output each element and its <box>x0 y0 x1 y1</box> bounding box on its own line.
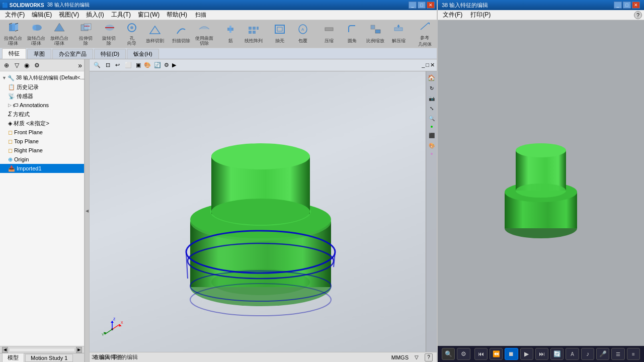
scroll-left-button[interactable]: ◀ <box>2 347 8 353</box>
tab-office[interactable]: 办公室产品 <box>52 49 93 59</box>
mini-3d-view[interactable] <box>491 113 591 253</box>
right-close-button[interactable]: ✕ <box>632 2 640 9</box>
menu-item-help[interactable]: 帮助(H) <box>164 10 190 20</box>
panel-icon-filter[interactable]: ▽ <box>12 61 21 70</box>
skip-end-button[interactable]: ⏭ <box>535 348 548 360</box>
toolbar-shell[interactable]: 抽壳 <box>269 23 291 45</box>
vp-close-icon[interactable]: ✕ <box>430 62 435 68</box>
toolbar-scale[interactable]: 比例缩放 <box>364 23 386 45</box>
restore-button[interactable]: □ <box>418 2 426 9</box>
rvp-section-button[interactable]: ⬛ <box>427 131 436 140</box>
tree-item-origin[interactable]: ⊕ Origin <box>0 155 84 164</box>
tree-item-history[interactable]: 📋 历史记录 <box>0 82 84 92</box>
search-button[interactable]: 🔍 <box>442 348 455 360</box>
main-viewport[interactable]: 🔍 ⊡ ↩ ⬜ ▣ 🎨 🔄 ⚙ ▶ _ □ ✕ <box>90 59 437 362</box>
prev-button[interactable]: ⏪ <box>490 348 503 360</box>
music-button[interactable]: ♪ <box>581 348 594 360</box>
tree-item-imported1[interactable]: 📥 Imported1 <box>0 164 84 173</box>
extra1-button[interactable]: ☰ <box>611 348 624 360</box>
skip-start-button[interactable]: ⏮ <box>474 348 488 360</box>
menu-item-window[interactable]: 窗口(W) <box>135 10 163 20</box>
bottom-tab-model[interactable]: 模型 <box>2 353 24 362</box>
right-minimize-button[interactable]: _ <box>614 2 622 9</box>
extra2-button[interactable]: ≡ <box>627 348 640 360</box>
settings-bottom-button[interactable]: ⚙ <box>457 348 470 360</box>
vp-appearance-button[interactable]: 🎨 <box>144 62 151 68</box>
tab-sheet-metal[interactable]: 钣金(H) <box>127 49 158 59</box>
tree-item-top-plane[interactable]: ◻ Top Plane <box>0 137 84 146</box>
tab-sketch[interactable]: 草图 <box>27 49 51 59</box>
play-button[interactable]: ▶ <box>520 348 533 360</box>
rvp-fit-button[interactable]: ⤡ <box>427 104 436 113</box>
viewport-3d[interactable]: X Y Z <box>90 71 437 352</box>
tree-item-sensor[interactable]: 📡 传感器 <box>0 92 84 101</box>
vp-display-button[interactable]: ▣ <box>136 62 141 68</box>
toolbar-fillet[interactable]: 圆角 <box>341 23 363 45</box>
rvp-home-button[interactable]: 🏠 <box>427 73 436 82</box>
tree-item-equations[interactable]: Σ 方程式 <box>0 110 84 119</box>
bottom-tab-motion[interactable]: Motion Study 1 <box>25 354 73 362</box>
rvp-rotate-button[interactable]: ↻ <box>427 83 436 93</box>
right-panel-help-button[interactable]: ? <box>634 11 642 19</box>
right-menu-print[interactable]: 打印(P) <box>467 10 494 20</box>
toolbar-revolve-boss[interactable]: 旋转凸台/基体 <box>25 23 47 45</box>
toolbar-extrude-cut[interactable]: 拉伸切除 <box>74 23 97 45</box>
vp-zoom-fit-button[interactable]: ⊡ <box>104 61 112 69</box>
panel-more-button[interactable]: » <box>78 61 82 69</box>
menu-item-edit[interactable]: 编辑(E) <box>29 10 55 20</box>
svg-marker-15 <box>150 26 160 34</box>
vp-restore-icon[interactable]: □ <box>426 62 429 68</box>
mic-button[interactable]: 🎤 <box>596 348 609 360</box>
close-button[interactable]: ✕ <box>427 2 435 9</box>
toolbar-wrap[interactable]: A 包覆 <box>292 23 314 45</box>
scroll-track[interactable] <box>9 348 75 352</box>
ref-geom-icon <box>419 21 431 34</box>
vp-section-button[interactable]: ⬜ <box>123 61 134 69</box>
toolbar-revolve-cut[interactable]: 旋转切除 <box>98 23 120 45</box>
toolbar-compress[interactable]: 压缩 <box>318 23 340 45</box>
vp-prev-view-button[interactable]: ↩ <box>113 61 122 69</box>
toolbar-loft-cut[interactable]: 放样切割 <box>144 23 166 45</box>
toolbar-decompress[interactable]: 解压缩 <box>387 23 410 45</box>
rvp-zoom-button[interactable]: 🔍 <box>427 114 436 123</box>
panel-icon-select[interactable]: ⊕ <box>2 61 11 70</box>
tab-features[interactable]: 特征 <box>2 48 26 59</box>
menu-item-tools[interactable]: 工具(T) <box>108 10 134 20</box>
toolbar-surface-cut[interactable]: 使用曲面切除 <box>193 23 215 45</box>
main-content: ⊕ ▽ ◉ ⚙ » ▼ 🔧 38 输入特征的编辑 (Default<... 📋 <box>0 59 437 362</box>
menu-item-file[interactable]: 文件(F) <box>2 10 28 20</box>
loop-button[interactable]: 🔄 <box>550 348 564 360</box>
vp-play-button[interactable]: ▶ <box>172 62 176 68</box>
rvp-camera-button[interactable]: 📷 <box>427 94 436 103</box>
menu-item-insert[interactable]: 插入(I) <box>83 10 107 20</box>
vp-zoom-in-button[interactable]: 🔍 <box>92 61 103 69</box>
vp-minimize-icon[interactable]: _ <box>422 62 425 68</box>
text-button[interactable]: A <box>566 348 579 360</box>
status-help[interactable]: ? <box>425 353 433 361</box>
rvp-appearance-button[interactable]: 🎨 <box>427 141 436 150</box>
panel-icon-settings[interactable]: ⚙ <box>32 61 41 70</box>
panel-collapse-handle[interactable]: ◀ <box>85 59 90 362</box>
stop-button[interactable]: ⏹ <box>505 348 518 360</box>
tab-features-d[interactable]: 特征(D) <box>94 49 126 59</box>
vp-rotate-button[interactable]: 🔄 <box>154 62 161 68</box>
toolbar-extrude-boss[interactable]: 拉伸凸台/基体 <box>2 23 24 45</box>
scroll-right-button[interactable]: ▶ <box>76 347 82 353</box>
toolbar-loft-boss[interactable]: 放样凸台/基体 <box>48 23 70 45</box>
toolbar-ref-geom[interactable]: 参考几何体 <box>414 23 436 45</box>
right-menu-file[interactable]: 文件(F) <box>440 10 465 20</box>
right-restore-button[interactable]: □ <box>623 2 631 9</box>
minimize-button[interactable]: _ <box>409 2 417 9</box>
toolbar-hole-wizard[interactable]: 孔向导 <box>121 23 143 45</box>
tree-item-annotations[interactable]: ▷ 🏷 Annotations <box>0 101 84 110</box>
toolbar-sweep-cut[interactable]: 扫描切除 <box>170 23 192 45</box>
tree-item-material[interactable]: ◈ 材质 <未指定> <box>0 119 84 128</box>
tree-item-front-plane[interactable]: ◻ Front Plane <box>0 128 84 137</box>
toolbar-linear-pattern[interactable]: 线性阵列 <box>243 23 265 45</box>
menu-item-view[interactable]: 视图(V) <box>56 10 82 20</box>
panel-icon-display[interactable]: ◉ <box>22 61 31 70</box>
toolbar-rib[interactable]: 筋 <box>219 23 242 45</box>
vp-settings-button[interactable]: ⚙ <box>164 62 169 68</box>
tree-item-root[interactable]: ▼ 🔧 38 输入特征的编辑 (Default<... <box>0 73 84 82</box>
tree-item-right-plane[interactable]: ◻ Right Plane <box>0 146 84 155</box>
